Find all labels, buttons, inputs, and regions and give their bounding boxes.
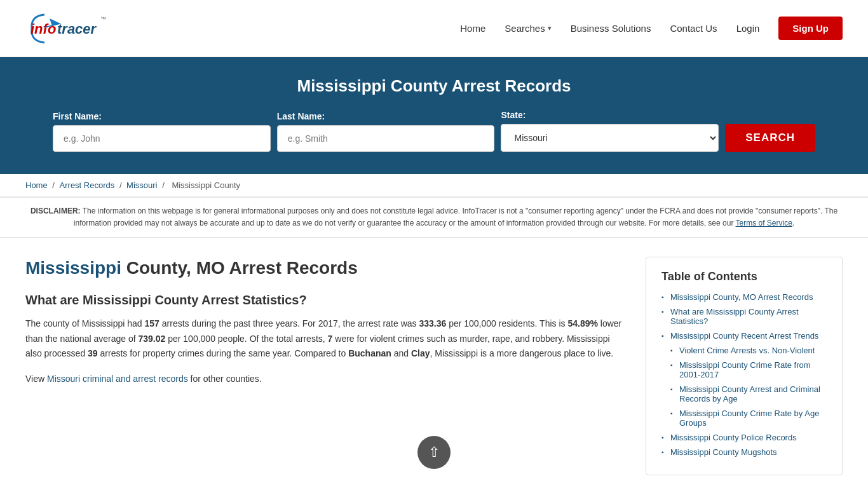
arrest-rate: 333.36 (419, 318, 446, 329)
arrest-count: 157 (145, 318, 159, 329)
lower-percent: 54.89% (567, 318, 597, 329)
table-of-contents: Table of Contents Mississippi County, MO… (646, 257, 843, 475)
toc-item: Mississippi County Recent Arrest Trends (661, 331, 827, 341)
nav-home[interactable]: Home (460, 23, 485, 34)
toc-list: Mississippi County, MO Arrest RecordsWha… (661, 292, 827, 457)
article: Mississippi County, MO Arrest Records Wh… (25, 257, 646, 397)
svg-text:™: ™ (100, 16, 106, 22)
breadcrumb-county: Mississippi County (172, 180, 240, 190)
toc-link[interactable]: Mississippi County Crime Rate from 2001-… (679, 360, 811, 379)
article-title: Mississippi County, MO Arrest Records (25, 257, 627, 280)
nav-business-solutions[interactable]: Business Solutions (571, 23, 651, 34)
toc-link[interactable]: Mississippi County Arrest and Criminal R… (679, 384, 820, 403)
state-label: State: (501, 110, 526, 120)
breadcrumb-sep3: / (162, 180, 166, 190)
breadcrumb: Home / Arrest Records / Missouri / Missi… (0, 174, 868, 197)
chevron-down-icon: ▾ (548, 24, 552, 32)
breadcrumb-sep2: / (119, 180, 124, 190)
first-name-group: First Name: (53, 111, 271, 152)
site-header: info tracer ™ Home Searches ▾ Business S… (0, 0, 868, 57)
toc-item: Mississippi County Arrest and Criminal R… (661, 384, 827, 403)
nav-contact-us[interactable]: Contact Us (670, 23, 717, 34)
hero-section: Mississippi County Arrest Records First … (0, 57, 868, 174)
disclaimer-section: DISCLAIMER: The information on this webp… (0, 197, 868, 238)
nav-login[interactable]: Login (736, 23, 760, 34)
state-group: State: AlabamaAlaskaArizonaArkansasCalif… (501, 110, 719, 152)
buchanan-link: Buchanan (348, 348, 391, 358)
article-body2: View Missouri criminal and arrest record… (25, 372, 627, 387)
disclaimer-text: The information on this webpage is for g… (74, 207, 837, 227)
toc-link[interactable]: Mississippi County Police Records (670, 433, 797, 442)
last-name-group: Last Name: (277, 111, 495, 152)
search-button[interactable]: SEARCH (725, 124, 815, 152)
last-name-input[interactable] (277, 125, 495, 152)
missouri-records-link[interactable]: Missouri criminal and arrest records (47, 374, 188, 384)
property-count: 39 (88, 348, 98, 358)
disclaimer-label: DISCLAIMER: (31, 207, 81, 215)
breadcrumb-missouri[interactable]: Missouri (126, 180, 157, 190)
toc-item: Mississippi County Crime Rate by Age Gro… (661, 409, 827, 428)
toc-item: Mississippi County Police Records (661, 433, 827, 442)
toc-item: What are Mississippi County Arrest Stati… (661, 307, 827, 326)
section1-title: What are Mississippi County Arrest Stati… (25, 293, 627, 308)
nav-signup[interactable]: Sign Up (778, 17, 843, 40)
breadcrumb-sep1: / (52, 180, 57, 190)
toc-link[interactable]: What are Mississippi County Arrest Stati… (670, 307, 799, 326)
hero-title: Mississippi County Arrest Records (25, 76, 843, 96)
national-avg: 739.02 (138, 334, 165, 344)
toc-link[interactable]: Violent Crime Arrests vs. Non-Violent (679, 346, 815, 355)
breadcrumb-arrest-records[interactable]: Arrest Records (60, 180, 115, 190)
breadcrumb-home[interactable]: Home (25, 180, 48, 190)
arrow-up-icon: ⇧ (428, 444, 440, 461)
nav-searches[interactable]: Searches ▾ (505, 23, 551, 34)
scroll-top-button[interactable]: ⇧ (417, 436, 451, 469)
article-title-rest: County, MO Arrest Records (121, 258, 358, 278)
toc-item: Mississippi County, MO Arrest Records (661, 292, 827, 302)
search-form: First Name: Last Name: State: AlabamaAla… (53, 110, 815, 152)
toc-link[interactable]: Mississippi County Recent Arrest Trends (670, 331, 818, 341)
disclaimer-tos-link[interactable]: Terms of Service (736, 219, 792, 227)
toc-link[interactable]: Mississippi County Mugshots (670, 447, 777, 457)
toc-item: Mississippi County Mugshots (661, 447, 827, 457)
svg-text:tracer: tracer (57, 21, 97, 37)
first-name-input[interactable] (53, 125, 271, 152)
clay-link: Clay (411, 348, 430, 358)
main-nav: Home Searches ▾ Business Solutions Conta… (460, 17, 843, 40)
toc-item: Mississippi County Crime Rate from 2001-… (661, 360, 827, 379)
disclaimer-end: . (792, 219, 794, 227)
last-name-label: Last Name: (277, 111, 325, 121)
toc-item: Violent Crime Arrests vs. Non-Violent (661, 346, 827, 355)
toc-title: Table of Contents (661, 270, 827, 283)
article-body1: The county of Mississippi had 157 arrest… (25, 316, 627, 362)
logo[interactable]: info tracer ™ (25, 10, 127, 48)
toc-link[interactable]: Mississippi County, MO Arrest Records (670, 292, 813, 302)
article-title-highlight: Mississippi (25, 258, 121, 278)
state-select[interactable]: AlabamaAlaskaArizonaArkansasCaliforniaCo… (501, 124, 719, 152)
toc-link[interactable]: Mississippi County Crime Rate by Age Gro… (679, 409, 819, 428)
first-name-label: First Name: (53, 111, 102, 121)
